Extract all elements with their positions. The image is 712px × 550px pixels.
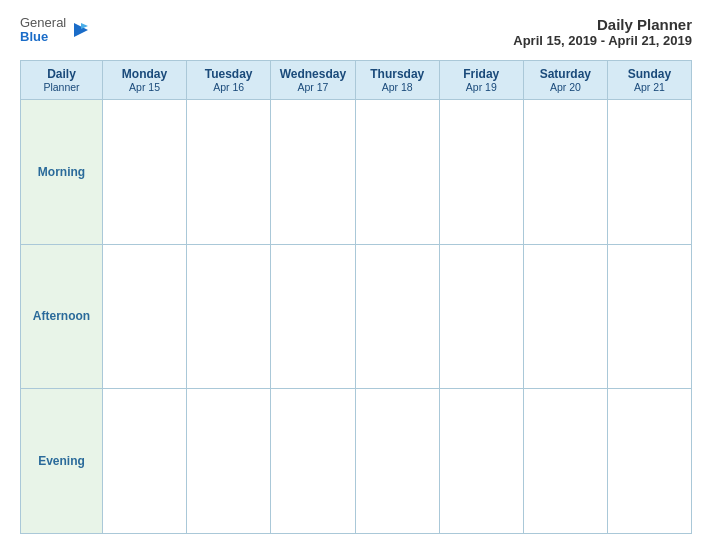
- tuesday-name: Tuesday: [191, 67, 266, 81]
- wednesday-date: Apr 17: [275, 81, 351, 93]
- header-saturday: Saturday Apr 20: [523, 61, 607, 100]
- friday-date: Apr 19: [444, 81, 519, 93]
- thursday-date: Apr 18: [360, 81, 435, 93]
- morning-thursday[interactable]: [355, 100, 439, 245]
- wednesday-name: Wednesday: [275, 67, 351, 81]
- evening-row: Evening: [21, 389, 692, 534]
- logo: General Blue: [20, 16, 92, 45]
- svg-marker-1: [81, 23, 88, 29]
- afternoon-tuesday[interactable]: [187, 244, 271, 389]
- page-title: Daily Planner: [513, 16, 692, 33]
- header-sunday: Sunday Apr 21: [607, 61, 691, 100]
- title-area: Daily Planner April 15, 2019 - April 21,…: [513, 16, 692, 48]
- friday-name: Friday: [444, 67, 519, 81]
- morning-tuesday[interactable]: [187, 100, 271, 245]
- logo-blue: Blue: [20, 30, 66, 44]
- header-monday: Monday Apr 15: [103, 61, 187, 100]
- table-header-row: Daily Planner Monday Apr 15 Tuesday Apr …: [21, 61, 692, 100]
- morning-row: Morning: [21, 100, 692, 245]
- monday-date: Apr 15: [107, 81, 182, 93]
- saturday-date: Apr 20: [528, 81, 603, 93]
- evening-thursday[interactable]: [355, 389, 439, 534]
- sunday-name: Sunday: [612, 67, 687, 81]
- morning-sunday[interactable]: [607, 100, 691, 245]
- evening-wednesday[interactable]: [271, 389, 356, 534]
- evening-tuesday[interactable]: [187, 389, 271, 534]
- page-header: General Blue Daily Planner April 15, 201…: [20, 16, 692, 48]
- evening-friday[interactable]: [439, 389, 523, 534]
- date-range: April 15, 2019 - April 21, 2019: [513, 33, 692, 48]
- planner-table: Daily Planner Monday Apr 15 Tuesday Apr …: [20, 60, 692, 534]
- evening-saturday[interactable]: [523, 389, 607, 534]
- evening-label: Evening: [21, 389, 103, 534]
- header-wednesday: Wednesday Apr 17: [271, 61, 356, 100]
- monday-name: Monday: [107, 67, 182, 81]
- tuesday-date: Apr 16: [191, 81, 266, 93]
- header-label-line1: Daily: [25, 67, 98, 81]
- header-friday: Friday Apr 19: [439, 61, 523, 100]
- header-tuesday: Tuesday Apr 16: [187, 61, 271, 100]
- afternoon-friday[interactable]: [439, 244, 523, 389]
- morning-wednesday[interactable]: [271, 100, 356, 245]
- header-thursday: Thursday Apr 18: [355, 61, 439, 100]
- header-label-cell: Daily Planner: [21, 61, 103, 100]
- afternoon-monday[interactable]: [103, 244, 187, 389]
- logo-general: General: [20, 16, 66, 30]
- evening-sunday[interactable]: [607, 389, 691, 534]
- morning-friday[interactable]: [439, 100, 523, 245]
- afternoon-saturday[interactable]: [523, 244, 607, 389]
- header-label-line2: Planner: [25, 81, 98, 93]
- logo-icon: [70, 19, 92, 41]
- morning-label: Morning: [21, 100, 103, 245]
- afternoon-wednesday[interactable]: [271, 244, 356, 389]
- morning-saturday[interactable]: [523, 100, 607, 245]
- afternoon-sunday[interactable]: [607, 244, 691, 389]
- thursday-name: Thursday: [360, 67, 435, 81]
- afternoon-row: Afternoon: [21, 244, 692, 389]
- afternoon-label: Afternoon: [21, 244, 103, 389]
- afternoon-thursday[interactable]: [355, 244, 439, 389]
- saturday-name: Saturday: [528, 67, 603, 81]
- sunday-date: Apr 21: [612, 81, 687, 93]
- morning-monday[interactable]: [103, 100, 187, 245]
- evening-monday[interactable]: [103, 389, 187, 534]
